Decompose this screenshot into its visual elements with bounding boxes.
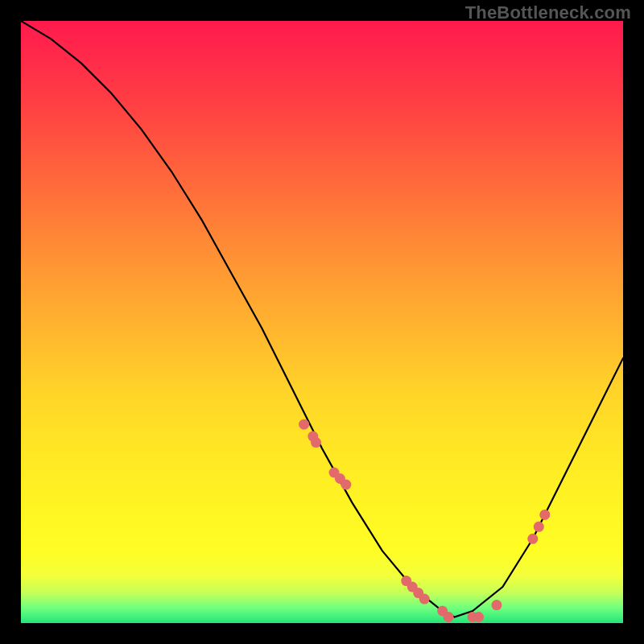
highlighted-dot xyxy=(444,612,454,622)
highlighted-dot xyxy=(473,612,484,622)
highlighted-dot xyxy=(527,534,538,544)
bottleneck-curve-line xyxy=(21,21,623,617)
highlighted-dot xyxy=(311,437,321,448)
highlighted-dot xyxy=(335,473,345,484)
highlighted-dot xyxy=(437,606,448,617)
highlighted-dot xyxy=(534,522,544,532)
highlighted-dot xyxy=(468,612,478,622)
highlighted-dot xyxy=(401,576,411,586)
highlighted-dot xyxy=(308,431,318,442)
highlighted-dot xyxy=(299,419,309,430)
highlighted-dot xyxy=(341,480,351,490)
highlighted-dot xyxy=(329,468,340,478)
highlighted-dots-group xyxy=(299,419,550,622)
highlighted-dot xyxy=(539,510,550,520)
chart-svg xyxy=(21,21,623,623)
highlighted-dot xyxy=(491,600,502,610)
highlighted-dot xyxy=(419,594,430,605)
highlighted-dot xyxy=(413,588,423,598)
chart-plot-area xyxy=(21,21,623,623)
highlighted-dot xyxy=(407,582,418,592)
